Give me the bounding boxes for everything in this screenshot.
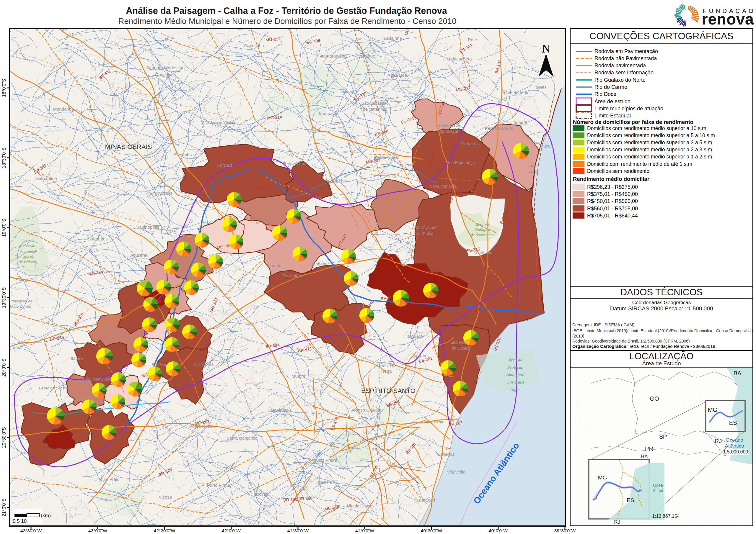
svg-text:Iapu: Iapu [256, 221, 263, 225]
svg-text:18°0'0"S: 18°0'0"S [1, 79, 7, 97]
svg-text:39°30'0"W: 39°30'0"W [554, 528, 576, 533]
svg-text:Boa Esperança: Boa Esperança [446, 160, 475, 165]
svg-text:R$705,01 - R$840,44: R$705,01 - R$840,44 [587, 213, 638, 218]
svg-text:Diamantina: Diamantina [35, 176, 57, 181]
svg-text:Oceano: Oceano [726, 437, 743, 443]
svg-text:R$450,01 - R$560,00: R$450,01 - R$560,00 [587, 198, 638, 204]
svg-text:Posto da Mata: Posto da Mata [501, 90, 530, 95]
svg-text:R$560,01 - R$705,00: R$560,01 - R$705,00 [587, 206, 638, 212]
svg-text:Atlânt: Atlânt [653, 488, 663, 493]
svg-text:Coordenadas Geográficas: Coordenadas Geográficas [632, 300, 691, 305]
svg-text:Rodovia sem Informação: Rodovia sem Informação [594, 70, 654, 76]
svg-text:Açucena: Açucena [130, 253, 148, 258]
svg-text:Tarumirim: Tarumirim [283, 273, 302, 278]
svg-text:Área de: Área de [22, 239, 34, 243]
svg-text:21°0'0"S: 21°0'0"S [1, 498, 7, 516]
svg-text:Itarana: Itarana [413, 353, 426, 358]
svg-text:Rodovia em Pavimentação: Rodovia em Pavimentação [594, 48, 658, 54]
svg-text:João Monlevade: João Monlevade [82, 377, 113, 381]
svg-text:Rio Doce: Rio Doce [594, 91, 616, 97]
svg-text:Teófilo Otoni: Teófilo Otoni [283, 161, 308, 166]
svg-text:ES: ES [729, 420, 737, 426]
svg-text:Água Boa: Água Boa [388, 73, 407, 78]
svg-text:Virginópolis: Virginópolis [149, 191, 172, 196]
svg-text:40°30'0"W: 40°30'0"W [421, 528, 443, 533]
svg-text:Viçosa: Viçosa [159, 495, 172, 499]
svg-text:LOCALIZAÇÃO: LOCALIZAÇÃO [629, 351, 693, 361]
svg-text:Brejetuba: Brejetuba [371, 447, 391, 452]
svg-text:Morro: Morro [23, 254, 33, 259]
svg-text:Guarapari: Guarapari [416, 497, 435, 502]
svg-text:Algas: Algas [510, 387, 520, 392]
svg-text:Área de estudo: Área de estudo [594, 98, 631, 104]
svg-text:Santa Maria: Santa Maria [422, 420, 443, 424]
svg-text:Mato Dentro: Mato Dentro [10, 304, 31, 309]
svg-text:MG: MG [598, 474, 607, 481]
svg-text:CONVEÇÕES CARTOGRÁFICAS: CONVEÇÕES CARTOGRÁFICAS [589, 31, 734, 41]
svg-text:Domicílios com rendimento médi: Domicílios com rendimento médio superior… [587, 147, 712, 153]
svg-text:Costa das: Costa das [506, 380, 524, 384]
svg-text:Frei Gaspar: Frei Gaspar [327, 179, 347, 184]
svg-text:Barão de Cocais: Barão de Cocais [39, 386, 68, 390]
svg-text:IBGE: Limite Municipal (2010)/: IBGE: Limite Municipal (2010)/Limite Est… [572, 328, 753, 333]
svg-text:MG: MG [708, 407, 717, 413]
svg-text:41°30'0"W: 41°30'0"W [287, 528, 309, 533]
svg-text:Nova Venécia: Nova Venécia [429, 184, 457, 189]
svg-text:Domicílios com rendimento médi: Domicílios com rendimento médio superior… [587, 154, 712, 160]
svg-text:Laranja da: Laranja da [377, 364, 397, 368]
svg-text:Alfredo Chaves: Alfredo Chaves [346, 504, 374, 508]
svg-text:Malacacheta: Malacacheta [446, 56, 472, 62]
svg-text:Muniz Freire: Muniz Freire [312, 458, 337, 463]
svg-text:PR: PR [645, 445, 653, 452]
svg-text:DADOS TÉCNICOS: DADOS TÉCNICOS [620, 287, 703, 297]
svg-text:Mucuri: Mucuri [540, 143, 553, 148]
svg-text:Itamarandiba: Itamarandiba [321, 53, 347, 59]
svg-text:BA: BA [734, 370, 742, 376]
svg-text:Capelinha: Capelinha [244, 43, 264, 48]
svg-text:Limite Estadual: Limite Estadual [594, 113, 631, 118]
svg-text:Terra: Terra [382, 369, 392, 373]
svg-text:Guanhães: Guanhães [87, 236, 107, 241]
svg-text:R$296,23 - R$375,00: R$296,23 - R$375,00 [587, 184, 638, 190]
svg-text:43°0'0"W: 43°0'0"W [88, 528, 107, 533]
svg-text:Coroaci: Coroaci [217, 163, 232, 167]
svg-text:Rodovias: Geodiversidade do Br: Rodovias: Geodiversidade do Brasil, 1:2.… [572, 339, 690, 343]
svg-text:Ouro Preto: Ouro Preto [99, 477, 120, 482]
svg-text:Peçanha: Peçanha [174, 152, 192, 157]
svg-text:18°30'0"S: 18°30'0"S [1, 147, 7, 168]
svg-text:Afonso Cláudio: Afonso Cláudio [351, 407, 381, 413]
svg-text:Ambiental: Ambiental [20, 249, 36, 253]
svg-text:Castelo: Castelo [318, 480, 332, 485]
svg-text:Gonçalves: Gonçalves [155, 72, 176, 77]
svg-text:de Sooretama: de Sooretama [471, 233, 494, 237]
svg-text:RJ: RJ [715, 438, 722, 444]
svg-text:Sabinópolis: Sabinópolis [136, 224, 159, 230]
svg-text:(km): (km) [41, 513, 51, 518]
svg-text:Sooretama: Sooretama [473, 250, 494, 255]
svg-text:Santa Margarida: Santa Margarida [227, 436, 257, 441]
svg-text:ES: ES [627, 497, 634, 503]
svg-text:...ição: ...ição [527, 163, 539, 168]
svg-text:Drenagem: IDE - SISEMA (IGAM): Drenagem: IDE - SISEMA (IGAM) [572, 322, 634, 327]
svg-text:Limite municípios de atuação: Limite municípios de atuação [594, 106, 663, 112]
svg-text:BA: BA [641, 454, 648, 459]
svg-text:Nanuque: Nanuque [357, 53, 375, 59]
svg-text:da Palha: da Palha [417, 231, 433, 236]
svg-text:da Pedreira: da Pedreira [19, 260, 37, 264]
svg-text:Itabira: Itabira [70, 356, 83, 361]
svg-text:43°30'0"W: 43°30'0"W [20, 528, 42, 533]
svg-text:41°0'0"W: 41°0'0"W [355, 528, 374, 533]
svg-text:Itabatã: Itabatã [534, 85, 547, 89]
svg-text:42°0'0"W: 42°0'0"W [222, 528, 241, 533]
svg-text:São Sebastião: São Sebastião [362, 101, 388, 106]
svg-text:20°0'0"S: 20°0'0"S [1, 358, 7, 376]
svg-text:Domicílios com rendimento médi: Domicílios com rendimento médio superior… [587, 133, 715, 139]
svg-text:Rodovia pavimentada: Rodovia pavimentada [594, 63, 646, 68]
svg-text:Itabatã: Itabatã [514, 120, 527, 125]
svg-text:...arra: ...arra [528, 169, 539, 174]
svg-text:Senador Modestino: Senador Modestino [146, 65, 185, 70]
svg-text:Santa Maria: Santa Maria [438, 123, 460, 128]
svg-text:Número de domicílios por faixa: Número de domicílios por faixa de rendim… [573, 119, 693, 125]
svg-text:MINAS GERAIS: MINAS GERAIS [105, 143, 152, 150]
svg-text:SP: SP [659, 433, 667, 440]
